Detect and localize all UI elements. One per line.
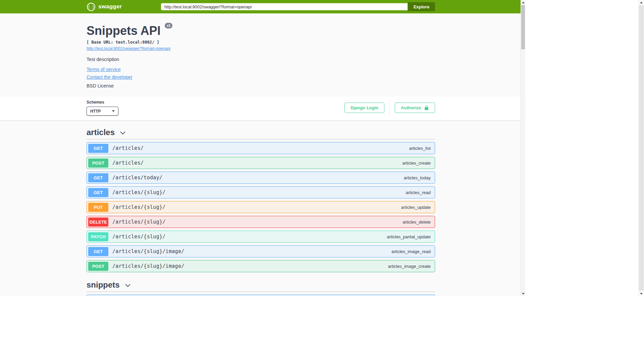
spec-url-form: Explore — [161, 2, 435, 11]
outer-scrollbar-down-arrow[interactable] — [639, 291, 644, 296]
chevron-down-icon — [124, 282, 131, 289]
chevron-down-icon — [112, 110, 115, 112]
swagger-logo: { } swagger — [87, 2, 122, 11]
op-id: articles_image_create — [388, 264, 431, 269]
op-path: /articles/{slug}/image/ — [112, 248, 184, 254]
django-login-button[interactable]: Django Login — [344, 103, 384, 113]
method-badge: POST — [88, 262, 108, 271]
scheme-section: Schemes HTTP Django Login Authorize — [0, 97, 521, 120]
tag-section: articles GET /articles/ articles_list PO… — [87, 122, 435, 272]
method-badge: GET — [88, 247, 108, 256]
scheme-select[interactable]: HTTP — [87, 107, 118, 116]
api-info-section: Snippets API v1 [ Base URL: test.local:8… — [87, 13, 435, 97]
operation-row[interactable]: POST /articles/ articles_create — [87, 157, 435, 169]
scheme-selected-value: HTTP — [90, 109, 101, 114]
django-login-label: Django Login — [351, 105, 378, 110]
operation-row[interactable]: PUT /articles/{slug}/ articles_update — [87, 201, 435, 213]
auth-area: Django Login Authorize — [344, 101, 435, 115]
tag-name: articles — [87, 128, 115, 137]
op-id: articles_delete — [402, 220, 431, 225]
op-path: /articles/{slug}/ — [112, 189, 166, 195]
op-id: articles_read — [406, 190, 431, 195]
op-path: /articles/today/ — [112, 175, 162, 181]
op-id: articles_update — [401, 205, 431, 210]
outer-scrollbar[interactable] — [638, 0, 644, 296]
spec-url-input[interactable] — [161, 3, 408, 10]
page-title: Snippets API — [87, 24, 161, 38]
operation-row[interactable]: PATCH /articles/{slug}/ articles_partial… — [87, 231, 435, 243]
scrollbar-thumb[interactable] — [521, 5, 525, 49]
api-description: Test description — [87, 57, 435, 62]
swagger-logo-icon: { } — [87, 2, 96, 11]
operation-list: GET /articles/ articles_list POST /artic… — [87, 139, 435, 272]
unlocked-padlock-icon — [424, 105, 429, 110]
op-path: /articles/{slug}/ — [112, 219, 166, 225]
spec-link[interactable]: http://test.local:8002/swagger/?format=o… — [87, 46, 170, 51]
method-badge: DELETE — [88, 218, 108, 227]
tag-name: snippets — [87, 280, 120, 290]
op-id: articles_partial_update — [387, 234, 431, 239]
base-url: [ Base URL: test.local:8002/ ] — [87, 40, 435, 45]
outer-scrollbar-thumb[interactable] — [639, 5, 644, 291]
authorize-button[interactable]: Authorize — [395, 103, 435, 113]
browser-viewport: { } swagger Explore Snippets API v1 [ Ba… — [0, 0, 525, 296]
op-id: articles_list — [409, 146, 431, 151]
method-badge: GET — [88, 173, 108, 182]
operation-row[interactable]: GET /articles/{slug}/ articles_read — [87, 186, 435, 198]
method-badge: GET — [88, 188, 108, 197]
tag-section: snippets GET /snippets/ snippets_list — [87, 275, 435, 296]
operation-row[interactable]: POST /articles/{slug}/image/ articles_im… — [87, 260, 435, 272]
contact-developer-link[interactable]: Contact the developer — [87, 74, 132, 80]
outer-scrollbar-up-arrow[interactable] — [639, 0, 644, 5]
method-badge: PATCH — [88, 232, 108, 241]
op-path: /articles/{slug}/image/ — [112, 263, 184, 269]
op-path: /articles/ — [112, 145, 144, 151]
tag-heading[interactable]: articles — [87, 125, 435, 139]
scrollbar-down-arrow[interactable] — [521, 291, 525, 296]
operation-row[interactable]: GET /articles/today/ articles_today — [87, 172, 435, 184]
op-id: articles_image_read — [391, 249, 431, 254]
svg-text:{ }: { } — [88, 5, 94, 9]
title-row: Snippets API v1 — [87, 24, 435, 38]
op-id: articles_today — [404, 175, 431, 180]
authorize-label: Authorize — [401, 105, 421, 110]
method-badge: GET — [88, 144, 108, 153]
tag-heading[interactable]: snippets — [87, 278, 435, 292]
op-path: /articles/{slug}/ — [112, 204, 166, 210]
chevron-down-icon — [119, 130, 126, 136]
version-badge: v1 — [165, 23, 172, 28]
operation-row[interactable]: GET /articles/ articles_list — [87, 142, 435, 154]
topbar: { } swagger Explore — [0, 0, 521, 13]
op-path: /articles/{slug}/ — [112, 234, 166, 240]
method-badge: PUT — [88, 203, 108, 212]
operation-list: GET /snippets/ snippets_list — [87, 292, 435, 296]
schemes-label: Schemes — [87, 100, 118, 105]
logo-text: swagger — [98, 3, 122, 10]
sections: articles GET /articles/ articles_list PO… — [87, 120, 435, 296]
method-badge: POST — [88, 159, 108, 168]
page-scrollbar[interactable] — [521, 0, 525, 296]
license-text: BSD License — [87, 83, 435, 88]
scrollbar-up-arrow[interactable] — [521, 0, 525, 5]
op-id: articles_create — [402, 161, 431, 166]
schemes-block: Schemes HTTP — [87, 100, 118, 116]
operation-row[interactable]: GET /articles/{slug}/image/ articles_ima… — [87, 245, 435, 257]
operation-row[interactable]: DELETE /articles/{slug}/ articles_delete — [87, 216, 435, 228]
op-path: /articles/ — [112, 160, 144, 166]
operation-row[interactable]: GET /snippets/ snippets_list — [87, 295, 435, 296]
auth-divider — [389, 101, 390, 115]
terms-of-service-link[interactable]: Terms of service — [87, 67, 121, 72]
explore-button[interactable]: Explore — [408, 2, 435, 11]
